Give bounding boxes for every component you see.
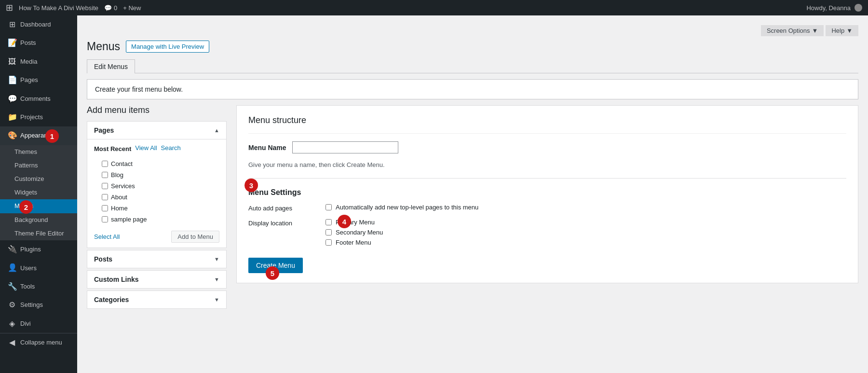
settings-icon: ⚙ bbox=[8, 300, 16, 310]
wp-logo-icon[interactable]: ⊞ bbox=[6, 2, 13, 13]
users-icon: 👤 bbox=[8, 262, 16, 273]
list-item: Home bbox=[94, 203, 219, 214]
location-secondary-checkbox[interactable] bbox=[326, 229, 332, 235]
admin-sidebar: ⊞Dashboard 📝Posts 🖼Media 📄Pages 💬Comment… bbox=[0, 15, 77, 373]
tab-nav: Edit Menus bbox=[87, 59, 858, 73]
pages-list: Contact Blog Services 3 About Home sampl… bbox=[94, 158, 219, 225]
page-checkbox-sample[interactable] bbox=[102, 216, 108, 222]
sidebar-item-comments[interactable]: 💬Comments bbox=[0, 90, 77, 108]
pages-tab-bar: Most Recent View All Search bbox=[94, 144, 219, 153]
menu-settings-section: Menu Settings Auto add pages Automatical… bbox=[248, 188, 846, 273]
custom-links-accordion-title[interactable]: Custom Links ▼ bbox=[87, 271, 226, 288]
sidebar-item-tools[interactable]: 🔧Tools bbox=[0, 277, 77, 296]
sidebar-item-appearance[interactable]: 🎨Appearance 1 Themes Patterns Customize … bbox=[0, 126, 77, 240]
screen-options-button[interactable]: Screen Options ▼ bbox=[761, 25, 824, 36]
list-item: Contact bbox=[94, 158, 219, 169]
select-all-link[interactable]: Select All bbox=[94, 233, 120, 240]
add-menu-items-heading: Add menu items bbox=[87, 105, 227, 115]
menu-name-row: Menu Name bbox=[248, 141, 846, 153]
screen-options-arrow-icon: ▼ bbox=[812, 27, 818, 34]
main-content: Screen Options ▼ Help ▼ Menus Manage wit… bbox=[77, 15, 868, 373]
sidebar-item-pages[interactable]: 📄Pages bbox=[0, 71, 77, 89]
page-checkbox-about[interactable] bbox=[102, 194, 108, 200]
screen-meta-toggle: Screen Options ▼ Help ▼ bbox=[87, 25, 858, 36]
menu-settings-heading: Menu Settings bbox=[248, 188, 846, 197]
menu-structure-heading: Menu structure bbox=[248, 115, 846, 134]
new-content-link[interactable]: + New bbox=[123, 4, 141, 12]
sidebar-item-dashboard[interactable]: ⊞Dashboard bbox=[0, 15, 77, 34]
howdy-user: Howdy, Deanna bbox=[806, 4, 851, 12]
submenu-item-menus[interactable]: Menus 2 bbox=[0, 199, 77, 213]
submenu-item-customize[interactable]: Customize bbox=[0, 172, 77, 186]
step-badge-5: 5 bbox=[266, 266, 279, 280]
step-badge-4: 4 bbox=[338, 215, 351, 228]
step-badge-3: 3 bbox=[244, 179, 258, 192]
submenu-item-widgets[interactable]: Widgets bbox=[0, 186, 77, 199]
notice-bar: Create your first menu below. bbox=[87, 79, 858, 99]
comments-icon: 💬 bbox=[8, 94, 16, 104]
site-name[interactable]: How To Make A Divi Website bbox=[19, 4, 98, 12]
page-checkbox-blog[interactable] bbox=[102, 172, 108, 178]
submenu-item-background[interactable]: Background bbox=[0, 213, 77, 227]
select-all-bar: Select All Add to Menu bbox=[94, 231, 219, 243]
page-checkbox-services[interactable] bbox=[102, 183, 108, 189]
pages-tab-search[interactable]: Search bbox=[161, 144, 181, 153]
location-primary-checkbox[interactable] bbox=[326, 219, 332, 225]
auto-add-checkbox[interactable] bbox=[326, 204, 332, 210]
pages-accordion-title[interactable]: Pages ▲ bbox=[87, 122, 226, 139]
appearance-icon: 🎨 bbox=[8, 130, 16, 141]
list-item: sample page bbox=[94, 214, 219, 225]
pages-arrow-icon: ▲ bbox=[214, 127, 219, 133]
tab-edit-menus[interactable]: Edit Menus bbox=[87, 59, 135, 73]
menu-name-input[interactable] bbox=[292, 141, 398, 153]
categories-accordion-title[interactable]: Categories ▼ bbox=[87, 291, 226, 308]
menu-name-label: Menu Name bbox=[248, 144, 286, 152]
sidebar-item-divi[interactable]: ◈Divi bbox=[0, 315, 77, 333]
sidebar-item-settings[interactable]: ⚙Settings bbox=[0, 296, 77, 314]
manage-live-preview-button[interactable]: Manage with Live Preview bbox=[126, 41, 209, 53]
sidebar-item-users[interactable]: 👤Users bbox=[0, 259, 77, 277]
pages-tab-most-recent[interactable]: Most Recent bbox=[94, 144, 131, 153]
sidebar-item-projects[interactable]: 📁Projects bbox=[0, 108, 77, 126]
plugins-icon: 🔌 bbox=[8, 244, 16, 255]
pages-icon: 📄 bbox=[8, 75, 16, 85]
admin-menu: ⊞Dashboard 📝Posts 🖼Media 📄Pages 💬Comment… bbox=[0, 15, 77, 352]
submenu-item-themes[interactable]: Themes bbox=[0, 145, 77, 159]
sidebar-item-plugins[interactable]: 🔌Plugins bbox=[0, 240, 77, 259]
comment-icon: 💬 bbox=[104, 4, 112, 12]
divi-icon: ◈ bbox=[8, 318, 16, 329]
user-avatar bbox=[854, 4, 862, 12]
collapse-icon: ◀ bbox=[8, 337, 16, 348]
sidebar-item-posts[interactable]: 📝Posts bbox=[0, 34, 77, 52]
pages-tab-view-all[interactable]: View All bbox=[135, 144, 157, 153]
auto-add-label: Auto add pages bbox=[248, 204, 326, 212]
display-location-options: Primary Menu Secondary Menu Footer Menu bbox=[326, 219, 383, 246]
submenu-item-patterns[interactable]: Patterns bbox=[0, 159, 77, 172]
menu-page-body: Add menu items Pages ▲ Most Recent View … bbox=[87, 105, 858, 311]
admin-bar: ⊞ How To Make A Divi Website 💬 0 + New H… bbox=[0, 0, 868, 15]
categories-accordion: Categories ▼ bbox=[87, 290, 227, 309]
appearance-submenu: Themes Patterns Customize Widgets Menus … bbox=[0, 145, 77, 240]
page-title-bar: Menus Manage with Live Preview bbox=[87, 40, 858, 53]
auto-add-options: Automatically add new top-level pages to… bbox=[326, 204, 478, 211]
posts-accordion-title[interactable]: Posts ▼ bbox=[87, 250, 226, 268]
add-menu-items-panel: Add menu items Pages ▲ Most Recent View … bbox=[87, 105, 227, 311]
custom-links-arrow-icon: ▼ bbox=[214, 276, 219, 282]
help-arrow-icon: ▼ bbox=[846, 27, 853, 34]
custom-links-accordion: Custom Links ▼ bbox=[87, 270, 227, 289]
pages-accordion-content: Most Recent View All Search Contact Blog… bbox=[87, 139, 226, 248]
media-icon: 🖼 bbox=[8, 56, 16, 67]
submenu-item-theme-file-editor[interactable]: Theme File Editor bbox=[0, 227, 77, 240]
posts-arrow-icon: ▼ bbox=[214, 256, 219, 262]
location-footer-checkbox[interactable] bbox=[326, 239, 332, 246]
add-to-menu-button[interactable]: Add to Menu bbox=[171, 231, 219, 243]
pages-accordion: Pages ▲ Most Recent View All Search Cont… bbox=[87, 121, 227, 248]
page-checkbox-contact[interactable] bbox=[102, 161, 108, 167]
help-button[interactable]: Help ▼ bbox=[826, 25, 858, 36]
page-checkbox-home[interactable] bbox=[102, 205, 108, 211]
sidebar-item-media[interactable]: 🖼Media bbox=[0, 53, 77, 71]
display-location-row: Display location Primary Menu Secondary … bbox=[248, 219, 846, 246]
comments-link[interactable]: 💬 0 bbox=[104, 4, 117, 12]
sidebar-item-collapse[interactable]: ◀Collapse menu bbox=[0, 333, 77, 352]
menu-hint: Give your menu a name, then click Create… bbox=[248, 161, 846, 179]
